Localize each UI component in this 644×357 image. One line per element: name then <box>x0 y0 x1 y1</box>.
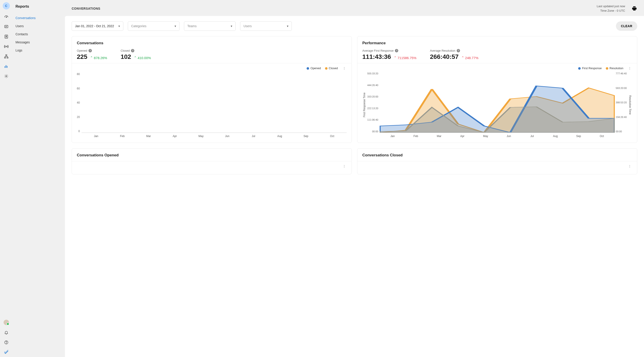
chart-menu-icon[interactable]: ⋮ <box>342 66 346 70</box>
conversations-opened-card: Conversations Opened ⋮ <box>72 148 352 174</box>
arrow-up-icon: ⌃ <box>134 56 137 60</box>
svg-rect-9 <box>6 65 6 68</box>
legend-first-response: First Response <box>582 66 602 70</box>
sub-sidebar: Reports Conversations Users Contacts Mes… <box>12 0 65 357</box>
chart-menu-icon[interactable]: ⋮ <box>628 66 632 70</box>
arrow-up-icon: ⌃ <box>394 56 397 60</box>
icon-rail: C <box>0 0 12 357</box>
first-response-label: Average First Response <box>362 49 394 52</box>
first-response-value: 111:43:36 <box>362 53 391 60</box>
closed-label: Closed <box>120 49 130 52</box>
user-avatar[interactable] <box>4 320 9 325</box>
chevron-down-icon: ▾ <box>287 24 288 28</box>
categories-select[interactable]: Categories ▾ <box>128 21 180 31</box>
legend-resolution: Resolution <box>610 66 623 70</box>
card-title: Conversations Closed <box>362 153 632 158</box>
area-chart <box>380 72 615 133</box>
svg-rect-1 <box>4 26 8 28</box>
closed-delta: ⌃410.00% <box>134 56 151 60</box>
svg-rect-5 <box>6 54 7 56</box>
help-icon[interactable]: ? <box>88 49 92 52</box>
legend-closed: Closed <box>329 66 338 70</box>
nav-users[interactable]: Users <box>16 22 61 30</box>
help-icon[interactable] <box>4 340 9 345</box>
card-title: Conversations Opened <box>77 153 346 158</box>
svg-point-11 <box>6 76 7 77</box>
timezone: Time Zone - 0 UTC <box>597 8 625 13</box>
chevron-down-icon: ▾ <box>231 24 232 28</box>
settings-icon[interactable] <box>4 74 9 79</box>
svg-point-4 <box>6 46 7 47</box>
chart-menu-icon[interactable]: ⋮ <box>342 164 346 168</box>
workspace-avatar[interactable]: C <box>3 2 10 10</box>
page-title: CONVERSATIONS <box>72 7 100 10</box>
arrow-up-icon: ⌃ <box>462 56 464 60</box>
svg-rect-6 <box>4 57 6 58</box>
contact-icon[interactable] <box>4 34 9 39</box>
conversations-card: Conversations Opened? 225 ⌃878.26% Close… <box>72 36 352 143</box>
help-icon[interactable]: ? <box>457 49 460 52</box>
area-y-left: 555:33:20444:26:40333:20:00222:13:20111:… <box>366 72 380 138</box>
broadcast-icon[interactable] <box>4 44 9 49</box>
card-title: Conversations <box>77 41 346 46</box>
card-title: Performance <box>362 41 632 46</box>
workflow-icon[interactable] <box>4 54 9 59</box>
categories-placeholder: Categories <box>131 24 146 28</box>
dashboard-icon[interactable] <box>4 14 9 19</box>
topbar: CONVERSATIONS Last updated just now Time… <box>65 0 644 16</box>
users-select[interactable]: Users ▾ <box>240 21 292 31</box>
svg-rect-8 <box>4 66 5 68</box>
first-response-delta: ⌃711586.75% <box>394 56 416 60</box>
conversations-closed-card: Conversations Closed ⋮ <box>357 148 637 174</box>
arrow-up-icon: ⌃ <box>90 56 93 60</box>
opened-value: 225 <box>77 53 88 60</box>
print-icon[interactable] <box>632 6 637 12</box>
opened-label: Opened <box>77 49 87 52</box>
users-placeholder: Users <box>244 24 252 28</box>
bar-x-axis: JanFebMarAprMayJunJulAugSepOct <box>82 133 346 138</box>
nav-contacts[interactable]: Contacts <box>16 30 61 38</box>
svg-point-3 <box>6 36 6 36</box>
chevron-down-icon: ▾ <box>118 24 120 28</box>
bar-chart <box>82 72 346 133</box>
svg-rect-10 <box>7 66 8 68</box>
section-title: Reports <box>16 4 61 8</box>
svg-rect-7 <box>7 57 8 58</box>
legend-opened: Opened <box>310 66 321 70</box>
bell-icon[interactable] <box>4 330 9 335</box>
area-y-right: 777:46:40583:20:00388:53:20194:26:4000:0… <box>615 72 628 138</box>
area-x-axis: JanFebMarAprMayJunJulAugSepOct <box>380 133 615 138</box>
nav-logs[interactable]: Logs <box>16 46 61 54</box>
last-updated: Last updated just now <box>597 4 625 8</box>
date-range-value: Jan 01, 2022 - Oct 21, 2022 <box>75 24 114 28</box>
teams-select[interactable]: Teams ▾ <box>184 21 236 31</box>
chart-menu-icon[interactable]: ⋮ <box>628 164 632 168</box>
chat-icon[interactable] <box>4 24 9 29</box>
help-icon[interactable]: ? <box>131 49 134 52</box>
clear-button[interactable]: CLEAR <box>616 21 637 31</box>
reports-icon[interactable] <box>4 64 9 69</box>
performance-card: Performance Average First Response? 111:… <box>357 36 637 143</box>
help-icon[interactable]: ? <box>395 49 398 52</box>
resolution-value: 266:40:57 <box>430 53 459 60</box>
opened-delta: ⌃878.26% <box>90 56 107 60</box>
nav-conversations[interactable]: Conversations <box>16 14 61 22</box>
resolution-label: Average Resolution <box>430 49 455 52</box>
brand-check-icon[interactable] <box>4 350 9 355</box>
y-right-label: Resolution Time <box>628 72 632 138</box>
teams-placeholder: Teams <box>187 24 196 28</box>
closed-value: 102 <box>120 53 131 60</box>
y-left-label: First Response Time <box>362 72 366 138</box>
bar-y-axis: 806040200 <box>77 72 82 138</box>
date-range-select[interactable]: Jan 01, 2022 - Oct 21, 2022 ▾ <box>72 21 123 31</box>
resolution-delta: ⌃248.77% <box>462 56 478 60</box>
nav-messages[interactable]: Messages <box>16 38 61 46</box>
chevron-down-icon: ▾ <box>174 24 176 28</box>
svg-point-13 <box>6 343 6 344</box>
